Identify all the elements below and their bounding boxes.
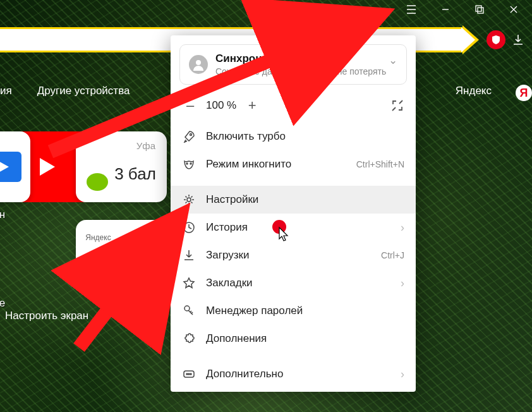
- annotation-arrows: [0, 0, 532, 412]
- svg-line-16: [51, 14, 382, 152]
- cursor-icon: [278, 226, 291, 243]
- svg-line-17: [79, 214, 182, 348]
